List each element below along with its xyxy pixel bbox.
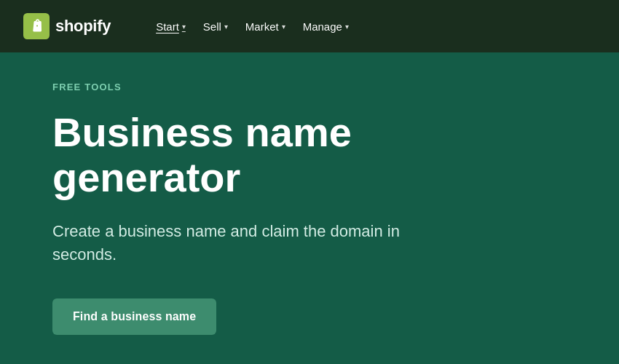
nav-item-market[interactable]: Market ▾ <box>238 15 293 39</box>
nav-item-sell-label: Sell <box>203 20 221 33</box>
hero-section: FREE TOOLS Business name generator Creat… <box>0 52 619 364</box>
page-title: Business name generator <box>52 110 548 199</box>
hero-subtitle: Create a business name and claim the dom… <box>52 220 460 266</box>
nav-item-start-label: Start <box>156 20 179 33</box>
navbar: shopify Start ▾ Sell ▾ Market ▾ Manage ▾ <box>0 0 619 52</box>
nav-item-sell[interactable]: Sell ▾ <box>196 15 235 39</box>
nav-item-market-label: Market <box>245 20 279 33</box>
shopify-bag-icon <box>23 13 50 39</box>
nav-item-manage[interactable]: Manage ▾ <box>296 15 356 39</box>
chevron-down-icon: ▾ <box>224 23 228 31</box>
logo-text: shopify <box>55 17 111 36</box>
find-business-name-button[interactable]: Find a business name <box>52 298 216 335</box>
chevron-down-icon: ▾ <box>345 23 349 31</box>
free-tools-label: FREE TOOLS <box>52 82 567 92</box>
nav-item-start[interactable]: Start ▾ <box>149 15 193 39</box>
chevron-down-icon: ▾ <box>182 23 186 31</box>
logo[interactable]: shopify <box>23 13 111 39</box>
nav-items: Start ▾ Sell ▾ Market ▾ Manage ▾ <box>149 15 356 39</box>
chevron-down-icon: ▾ <box>282 23 285 31</box>
nav-item-manage-label: Manage <box>303 20 342 33</box>
